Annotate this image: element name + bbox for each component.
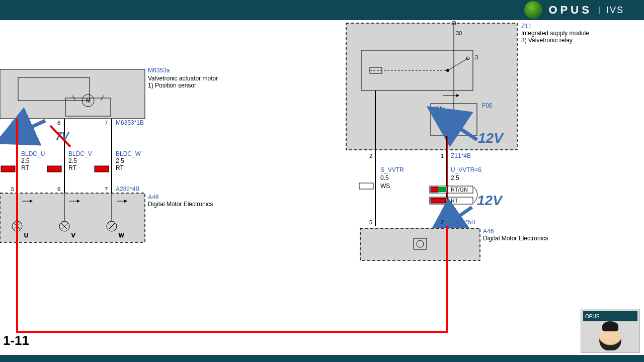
annotation-7v: 7V [55, 130, 70, 142]
wiring-diagram: M M6353a Valvetronic actuator motor 1) P… [0, 20, 644, 355]
conn-bot-left: A282*4B [116, 186, 139, 193]
pin-1r: 1 [441, 153, 444, 159]
pin-6-top: 6 [57, 120, 60, 126]
comp-name-left: Valvetronic actuator motor [148, 75, 218, 82]
pin-3: 3 [475, 54, 478, 60]
svg-rect-35 [431, 187, 438, 192]
svg-rect-0 [0, 69, 145, 119]
z11-name: Integrated supply module [521, 30, 589, 37]
svvtr-name: S_VVTR [380, 166, 404, 173]
header: OPUS | IVS [0, 0, 644, 20]
brand-separator: | [598, 6, 600, 15]
color-swatch-ws [359, 183, 373, 189]
svvtr-gauge: 0.5 [380, 174, 389, 182]
pin-5r: 5 [369, 219, 372, 225]
brand: OPUS | IVS [524, 1, 624, 19]
phase-w: W [119, 232, 124, 238]
brand-logo-icon [524, 1, 542, 19]
brand-sub: IVS [606, 5, 624, 16]
bldc-w-gauge: 2.5 [116, 157, 124, 164]
bldc-w-name: BLDC_W [116, 150, 141, 157]
svvtr-color: WS [380, 183, 390, 190]
bldc-v-name: BLDC_V [68, 150, 92, 157]
pin-5-top: 5 [11, 120, 14, 126]
svg-rect-36 [438, 187, 446, 192]
webcam-overlay: OPUS [581, 309, 640, 353]
bldc-v-color: RT [68, 164, 76, 171]
a46r-id: A46 [483, 228, 494, 235]
svg-rect-39 [431, 198, 446, 203]
color-swatch-u [1, 166, 15, 172]
bldc-u-gauge: 2.5 [21, 157, 30, 164]
fuse-rating: 40A [453, 117, 463, 123]
uvvtr-c1: RT/GN [451, 187, 468, 193]
pin-30: 30 [456, 30, 462, 36]
fuse-id: F06 [482, 102, 493, 109]
color-swatch-v [47, 166, 61, 172]
brand-name: OPUS [548, 4, 592, 17]
uvvtr-c2: RT [451, 198, 458, 204]
pin-7-top: 7 [105, 120, 108, 126]
pin-7-bot: 7 [105, 186, 108, 192]
pin-2r: 2 [369, 153, 372, 159]
a46-id-left: A46 [148, 194, 159, 201]
arrow-annotation-left [23, 121, 45, 131]
pin-2br: 2 [441, 219, 444, 225]
conn-top-left: M6353*1B [116, 119, 144, 126]
svg-rect-41 [360, 228, 480, 260]
bldc-v-gauge: 2.5 [68, 157, 77, 164]
bldc-w-color: RT [116, 164, 124, 171]
bldc-u-name: BLDC_U [21, 150, 45, 157]
pin-5-bot: 5 [11, 186, 14, 192]
webcam-header: OPUS [583, 311, 637, 321]
fuse-slot: 15N [434, 106, 444, 112]
annotation-12v-top: 12V [478, 130, 504, 146]
slide-number: 1-11 [3, 333, 29, 348]
motor-m-icon: M [86, 98, 91, 104]
conn-a46r: A41*5B [455, 219, 475, 226]
color-swatch-w [95, 166, 109, 172]
a46-name-left: Digital Motor Electronics [148, 201, 213, 208]
presenter-face-icon [599, 324, 621, 350]
comp-note-left: 1) Position sensor [148, 82, 196, 89]
phase-u: U [24, 232, 28, 238]
comp-id-left: M6353a [148, 67, 170, 74]
pin-6-bot: 6 [57, 186, 60, 192]
a46r-name: Digital Motor Electronics [483, 235, 548, 242]
z11-note: 3) Valvetronic relay [521, 37, 573, 44]
phase-v: V [71, 232, 75, 238]
conn-z11: Z11*4B [451, 152, 471, 159]
uvvtr-gauge: 2.5 [451, 174, 459, 182]
annotation-12v-bot: 12V [477, 193, 503, 208]
footer-bar [0, 355, 644, 362]
uvvtr-name: U_VVTR<6 [451, 166, 481, 173]
z11-id: Z11 [521, 23, 532, 30]
bldc-u-color: RT [21, 164, 29, 171]
